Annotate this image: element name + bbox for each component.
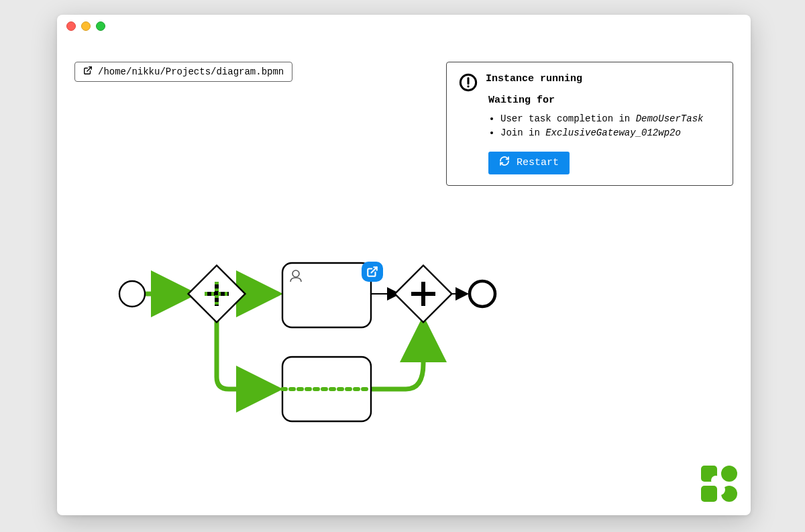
svg-point-28 [711, 476, 720, 485]
status-panel: Instance running Waiting for User task c… [446, 62, 733, 186]
svg-point-5 [119, 281, 145, 307]
svg-rect-26 [701, 486, 717, 502]
user-task[interactable] [282, 263, 371, 327]
file-path-chip[interactable]: /home/nikku/Projects/diagram.bpmn [74, 62, 292, 82]
parallel-gateway-split[interactable] [189, 266, 246, 323]
start-event[interactable] [119, 281, 145, 307]
status-subtitle: Waiting for [488, 95, 720, 106]
status-title: Instance running [486, 73, 582, 85]
file-path-text: /home/nikku/Projects/diagram.bpmn [98, 66, 284, 77]
status-item: User task completion in DemoUserTask [500, 113, 720, 125]
traffic-lights [66, 21, 105, 31]
external-link-icon [368, 267, 377, 276]
minimize-window-icon[interactable] [81, 21, 91, 31]
bpmn-io-logo-icon [701, 466, 737, 502]
refresh-icon [499, 156, 510, 170]
app-window: /home/nikku/Projects/diagram.bpmn [57, 15, 751, 515]
sequence-flow[interactable] [371, 320, 423, 389]
close-window-icon[interactable] [66, 21, 76, 31]
svg-point-25 [721, 466, 737, 482]
svg-line-0 [87, 67, 91, 71]
restart-button[interactable]: Restart [488, 152, 570, 174]
zoom-window-icon[interactable] [96, 21, 105, 31]
svg-point-20 [470, 281, 495, 307]
status-list: User task completion in DemoUserTask Joi… [488, 113, 720, 140]
open-task-button[interactable] [362, 262, 383, 282]
status-item: Join in ExclusiveGateway_012wp2o [500, 127, 720, 140]
restart-button-label: Restart [517, 157, 559, 168]
sequence-flow[interactable] [217, 315, 278, 389]
svg-point-23 [467, 85, 469, 87]
end-event[interactable] [470, 281, 495, 307]
external-link-icon [83, 66, 93, 78]
svg-point-12 [292, 270, 299, 277]
alert-icon [459, 73, 478, 95]
parallel-gateway-join[interactable] [395, 266, 452, 323]
task[interactable] [282, 357, 371, 421]
